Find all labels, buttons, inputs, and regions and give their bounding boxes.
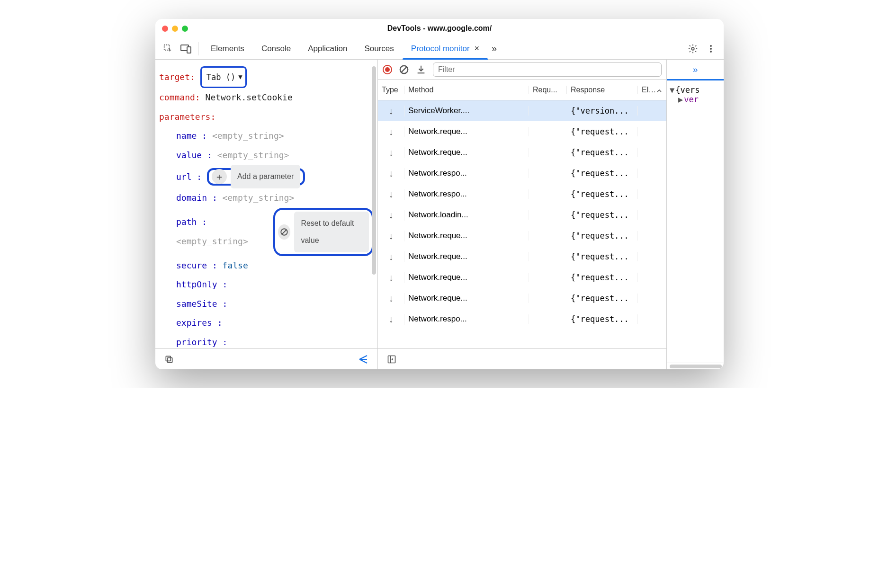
svg-rect-2	[187, 47, 191, 53]
tab-sources[interactable]: Sources	[356, 38, 402, 59]
toolbar-separator	[198, 42, 198, 55]
settings-gear-icon[interactable]	[685, 41, 701, 57]
row-method: Network.reque...	[404, 273, 529, 282]
svg-line-12	[401, 66, 407, 72]
editor-footer	[155, 348, 377, 369]
reset-default-button[interactable]: Reset to default value	[278, 212, 369, 252]
tabs-overflow-icon[interactable]: »	[488, 38, 501, 59]
table-body[interactable]: ↓ServiceWorker....{"version...↓Network.r…	[378, 100, 666, 348]
devtools-toolbar: Elements Console Application Sources Pro…	[155, 38, 724, 60]
command-key: command	[159, 92, 195, 102]
tab-application[interactable]: Application	[299, 38, 356, 59]
svg-rect-9	[168, 357, 172, 362]
table-row[interactable]: ↓Network.respo...{"request...	[378, 163, 666, 184]
details-h-scrollbar[interactable]	[667, 363, 724, 369]
target-select[interactable]: Tab () ▼	[200, 66, 247, 88]
send-command-icon[interactable]	[356, 351, 372, 367]
window-title: DevTools - www.google.com/	[155, 24, 724, 33]
direction-icon: ↓	[378, 210, 404, 221]
table-row[interactable]: ↓Network.respo...{"request...	[378, 184, 666, 205]
add-parameter-button[interactable]: ＋ Add a parameter	[212, 165, 300, 188]
table-row[interactable]: ↓Network.reque...{"request...	[378, 142, 666, 163]
table-row[interactable]: ↓Network.reque...{"request...	[378, 225, 666, 246]
row-response: {"request...	[567, 314, 638, 324]
svg-rect-10	[166, 356, 170, 361]
table-footer	[378, 348, 666, 369]
filter-input[interactable]	[433, 62, 662, 77]
row-response: {"request...	[567, 252, 638, 261]
messages-toolbar	[378, 60, 666, 80]
table-row[interactable]: ↓Network.reque...{"request...	[378, 267, 666, 288]
direction-icon: ↓	[378, 251, 404, 262]
svg-rect-0	[164, 45, 170, 50]
col-type[interactable]: Type	[378, 86, 404, 94]
row-response: {"request...	[567, 169, 638, 178]
tab-console[interactable]: Console	[253, 38, 299, 59]
tab-elements[interactable]: Elements	[202, 38, 253, 59]
inspect-element-icon[interactable]	[160, 41, 176, 57]
tree-caret-right-icon[interactable]: ▶	[678, 95, 683, 104]
copy-icon[interactable]	[161, 351, 177, 367]
scrollbar-thumb[interactable]	[372, 66, 376, 275]
row-response: {"request...	[567, 210, 638, 220]
row-method: Network.reque...	[404, 252, 529, 261]
parameters-key: parameters	[159, 112, 210, 122]
table-row[interactable]: ↓ServiceWorker....{"version...	[378, 100, 666, 121]
row-method: ServiceWorker....	[404, 106, 529, 116]
direction-icon: ↓	[378, 168, 404, 179]
add-parameter-tooltip: Add a parameter	[231, 165, 300, 188]
tree-caret-down-icon[interactable]: ▼	[670, 85, 674, 95]
titlebar: DevTools - www.google.com/	[155, 19, 724, 38]
minimize-window-button[interactable]	[172, 26, 178, 32]
record-button[interactable]	[383, 65, 392, 74]
close-window-button[interactable]	[162, 26, 168, 32]
direction-icon: ↓	[378, 272, 404, 283]
tab-protocol-monitor[interactable]: Protocol monitor ×	[403, 38, 488, 59]
svg-point-6	[710, 51, 712, 53]
table-row[interactable]: ↓Network.reque...{"request...	[378, 288, 666, 309]
table-row[interactable]: ↓Network.reque...{"request...	[378, 246, 666, 267]
direction-icon: ↓	[378, 147, 404, 158]
row-response: {"version...	[567, 106, 638, 116]
direction-icon: ↓	[378, 314, 404, 325]
dock-side-icon[interactable]	[384, 351, 400, 367]
table-row[interactable]: ↓Network.respo...{"request...	[378, 309, 666, 330]
col-method[interactable]: Method	[404, 86, 529, 94]
svg-point-4	[710, 45, 712, 47]
svg-line-8	[282, 230, 287, 235]
row-response: {"request...	[567, 273, 638, 282]
row-response: {"request...	[567, 127, 638, 136]
device-toolbar-icon[interactable]	[178, 41, 194, 57]
table-row[interactable]: ↓Network.reque...{"request...	[378, 121, 666, 142]
direction-icon: ↓	[378, 106, 404, 116]
table-row[interactable]: ↓Network.loadin...{"request...	[378, 205, 666, 225]
right-panes: Type Method Requ... Response El… ↓Servic…	[378, 60, 724, 369]
svg-point-5	[710, 48, 712, 50]
more-vertical-icon[interactable]	[703, 41, 719, 57]
panel-tabs: Elements Console Application Sources Pro…	[202, 38, 501, 59]
download-icon[interactable]	[416, 64, 426, 75]
clear-icon[interactable]	[399, 64, 409, 75]
content-area: target: Tab () ▼ command: Network.setCoo…	[155, 60, 724, 369]
row-method: Network.reque...	[404, 294, 529, 303]
command-editor[interactable]: target: Tab () ▼ command: Network.setCoo…	[155, 60, 377, 348]
zoom-window-button[interactable]	[182, 26, 188, 32]
col-request[interactable]: Requ...	[529, 86, 567, 94]
row-response: {"request...	[567, 231, 638, 241]
row-method: Network.reque...	[404, 231, 529, 241]
details-tree[interactable]: ▼{vers ▶ver	[667, 80, 724, 109]
direction-icon: ↓	[378, 189, 404, 200]
row-method: Network.reque...	[404, 127, 529, 136]
close-tab-icon[interactable]: ×	[475, 44, 480, 53]
col-response[interactable]: Response	[567, 86, 638, 94]
traffic-lights	[162, 26, 188, 32]
command-value[interactable]: Network.setCookie	[206, 92, 293, 102]
details-tab-overflow[interactable]: »	[667, 60, 724, 80]
devtools-window: DevTools - www.google.com/ Elements Cons…	[155, 19, 724, 369]
command-editor-pane: target: Tab () ▼ command: Network.setCoo…	[155, 60, 378, 369]
chevron-down-icon: ▼	[238, 70, 242, 85]
messages-table-pane: Type Method Requ... Response El… ↓Servic…	[378, 60, 667, 369]
prohibit-icon	[278, 224, 291, 240]
svg-point-3	[691, 47, 694, 50]
col-elapsed[interactable]: El…	[638, 86, 666, 94]
